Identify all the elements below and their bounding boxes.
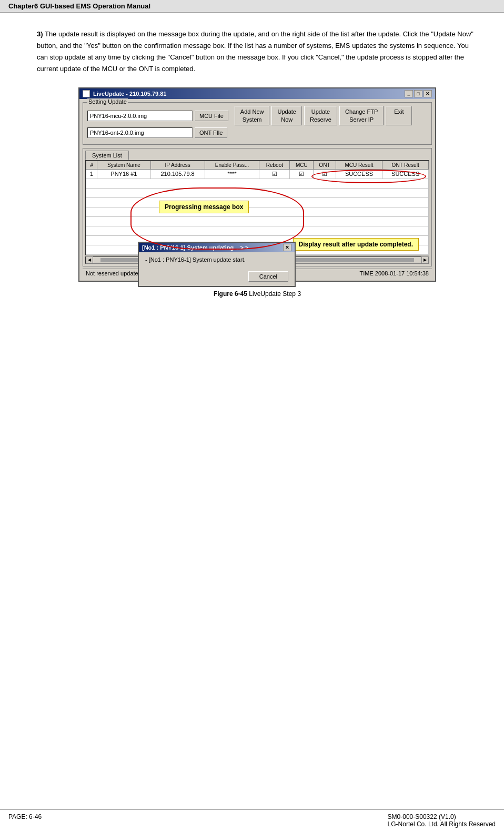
scroll-left-arrow[interactable]: ◀ — [86, 256, 93, 264]
add-new-system-button[interactable]: Add NewSystem — [235, 106, 270, 125]
step-number: 3) — [37, 30, 43, 38]
update-reserve-button[interactable]: UpdateReserve — [304, 106, 337, 125]
col-header-mcu: MCU — [290, 161, 314, 169]
cell-ont: ☑ — [314, 169, 336, 179]
cell-mcu: ☑ — [290, 169, 314, 179]
window-title-area: ⊞ LiveUpdate - 210.105.79.81 — [83, 90, 166, 97]
change-ftp-button[interactable]: Change FTPServer IP — [339, 106, 384, 125]
window-body: Setting Update MCU File Add NewSystem Up… — [79, 99, 435, 281]
window-icon: ⊞ — [83, 90, 90, 97]
table-row-empty — [86, 216, 429, 226]
main-toolbar: Add NewSystem UpdateNow UpdateReserve Ch… — [233, 106, 412, 125]
tab-bar: System List — [85, 151, 429, 160]
footer-page: PAGE: 6-46 — [8, 813, 42, 828]
cell-ip: 210.105.79.8 — [150, 169, 205, 179]
overlay-container: # System Name IP Address Enable Pass... … — [85, 160, 429, 255]
callout-progress-label: Progressing message box — [159, 201, 249, 213]
table-row-empty — [86, 179, 429, 188]
cell-num: 1 — [86, 169, 97, 179]
footer-company: LG-Nortel Co. Ltd. All Rights Reserved — [388, 820, 496, 828]
footer-right: SM0-000-S00322 (V1.0) LG-Nortel Co. Ltd.… — [388, 813, 496, 828]
tab-system-list[interactable]: System List — [85, 151, 129, 160]
cell-ont-result: SUCCESS — [382, 169, 429, 179]
update-now-button[interactable]: UpdateNow — [271, 106, 301, 125]
ont-file-row: ONT FIle — [87, 127, 427, 138]
col-header-name: System Name — [97, 161, 150, 169]
step-paragraph: 3) The update result is displayed on the… — [37, 28, 478, 75]
close-button[interactable]: ✕ — [424, 90, 432, 97]
mcu-file-button[interactable]: MCU File — [195, 111, 228, 121]
table-row-empty — [86, 207, 429, 216]
ont-file-input[interactable] — [87, 127, 193, 138]
progress-dialog-close-button[interactable]: ✕ — [283, 244, 291, 251]
status-right: TIME 2008-01-17 10:54:38 — [360, 270, 429, 276]
col-header-ont: ONT — [314, 161, 336, 169]
footer-version: SM0-000-S00322 (V1.0) — [388, 813, 496, 820]
table-row: 1 PNY16 #1 210.105.79.8 **** ☑ ☑ ☑ SUCCE… — [86, 169, 429, 179]
progress-dialog-body: - [No1 : PNY16-1] System update start. — [139, 252, 295, 271]
col-header-num: # — [86, 161, 97, 169]
progress-dialog-footer: Cancel — [139, 271, 295, 286]
cell-reboot: ☑ — [259, 169, 290, 179]
cell-mcu-result: SUCCESS — [336, 169, 382, 179]
ont-file-button[interactable]: ONT FIle — [195, 127, 227, 138]
progress-dialog-text: - [No1 : PNY16-1] System update start. — [145, 256, 288, 263]
status-left: Not reserved update. — [86, 270, 140, 276]
col-header-mcu-result: MCU Result — [336, 161, 382, 169]
table-row-empty — [86, 188, 429, 197]
scroll-right-arrow[interactable]: ▶ — [421, 256, 429, 264]
mcu-file-input[interactable] — [87, 111, 193, 121]
progress-cancel-button[interactable]: Cancel — [248, 271, 288, 282]
progress-dialog: [No1 : PNY16-1] System updating... > > ✕… — [138, 242, 296, 287]
col-header-ont-result: ONT Result — [382, 161, 429, 169]
progress-dialog-titlebar: [No1 : PNY16-1] System updating... > > ✕ — [139, 243, 295, 252]
screenshot-container: ⊞ LiveUpdate - 210.105.79.81 _ □ ✕ Setti… — [78, 87, 436, 282]
chapter-header: Chapter6 GUI-based EMS Operation Manual — [0, 0, 504, 13]
setting-update-group: Setting Update MCU File Add NewSystem Up… — [83, 102, 432, 145]
system-list-group: System List # System Name — [83, 148, 432, 266]
figure-caption: Figure 6-45 LiveUpdate Step 3 — [37, 290, 478, 298]
progress-dialog-title-text: [No1 : PNY16-1] System updating... > > — [142, 244, 248, 251]
figure-title-text: LiveUpdate Step 3 — [249, 290, 301, 298]
table-row-empty — [86, 226, 429, 235]
page-footer: PAGE: 6-46 SM0-000-S00322 (V1.0) LG-Nort… — [0, 809, 504, 831]
step-text: The update result is displayed on the me… — [37, 30, 473, 73]
liveupdate-window: ⊞ LiveUpdate - 210.105.79.81 _ □ ✕ Setti… — [78, 87, 436, 282]
maximize-button[interactable]: □ — [414, 90, 422, 97]
col-header-reboot: Reboot — [259, 161, 290, 169]
figure-label: Figure 6-45 — [214, 290, 247, 298]
window-title: LiveUpdate - 210.105.79.81 — [93, 91, 166, 97]
setting-update-label: Setting Update — [87, 98, 128, 105]
chapter-title: Chapter6 GUI-based EMS Operation Manual — [8, 2, 150, 10]
col-header-ip: IP Address — [150, 161, 205, 169]
minimize-button[interactable]: _ — [405, 90, 413, 97]
window-controls[interactable]: _ □ ✕ — [405, 90, 432, 97]
callout-result-label: Display result after update completed. — [293, 238, 419, 251]
exit-button[interactable]: Exit — [386, 106, 412, 125]
cell-name: PNY16 #1 — [97, 169, 150, 179]
mcu-file-row: MCU File Add NewSystem UpdateNow UpdateR… — [87, 106, 427, 125]
window-titlebar: ⊞ LiveUpdate - 210.105.79.81 _ □ ✕ — [79, 88, 435, 99]
cell-pass: **** — [205, 169, 259, 179]
col-header-pass: Enable Pass... — [205, 161, 259, 169]
table-row-empty — [86, 197, 429, 207]
